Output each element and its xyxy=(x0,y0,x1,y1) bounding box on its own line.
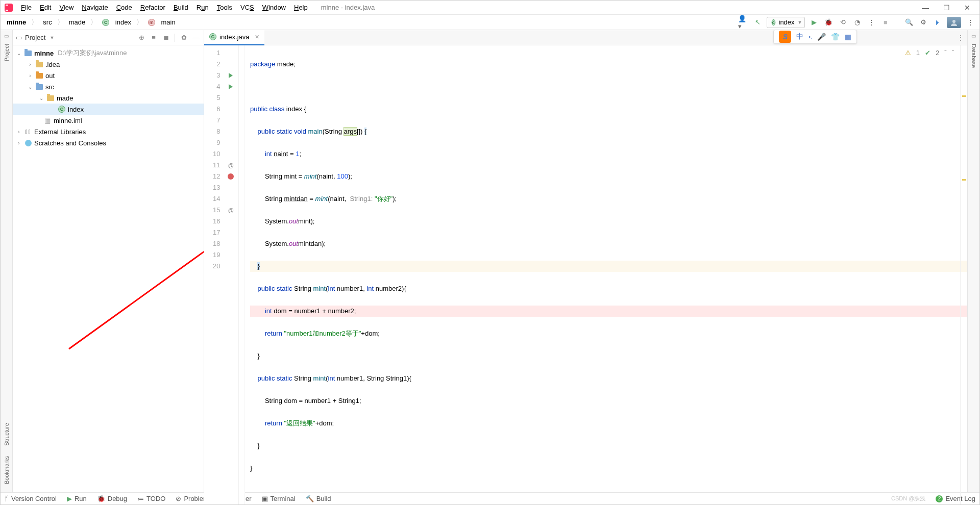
menu-window[interactable]: Window xyxy=(259,3,289,12)
tree-iml[interactable]: ▥ minne.iml xyxy=(13,115,204,126)
menu-view[interactable]: View xyxy=(56,3,77,12)
help-run-icon[interactable]: ⏵ xyxy=(933,17,943,28)
breadcrumb-method[interactable]: m main xyxy=(146,17,178,27)
titlebar: File Edit View Navigate Code Refactor Bu… xyxy=(1,1,979,15)
add-config-icon[interactable]: 👤▾ xyxy=(738,17,748,28)
coverage-icon[interactable]: ⟲ xyxy=(838,17,848,28)
chevron-up-icon[interactable]: ˆ xyxy=(944,47,946,59)
svg-point-3 xyxy=(952,20,955,23)
back-icon[interactable]: ↖ xyxy=(752,17,763,28)
warning-mark[interactable] xyxy=(962,179,966,181)
code-area[interactable]: 1234567891011121314151617181920 @ @ xyxy=(204,45,967,505)
avatar[interactable] xyxy=(947,17,961,28)
tree-made[interactable]: ⌄ made xyxy=(13,92,204,104)
menu-refactor[interactable]: Refactor xyxy=(137,3,168,12)
breadcrumb-class[interactable]: C index xyxy=(100,17,133,27)
run-icon[interactable]: ▶ xyxy=(809,17,819,28)
expand-icon[interactable]: › xyxy=(27,62,33,67)
menu-help[interactable]: Help xyxy=(291,3,311,12)
menu-edit[interactable]: Edit xyxy=(37,3,54,12)
rail-project[interactable]: Project xyxy=(4,39,10,66)
ime-mic-icon[interactable]: 🎤 xyxy=(817,33,826,41)
tab-more-icon[interactable]: ⋮ xyxy=(957,34,964,42)
settings-icon[interactable]: ✿ xyxy=(179,34,188,41)
menu-build[interactable]: Build xyxy=(170,3,191,12)
ime-skin-icon[interactable]: 👕 xyxy=(831,33,840,41)
stop-icon[interactable]: ■ xyxy=(880,17,891,28)
run-icon: ▶ xyxy=(67,495,72,502)
chevron-right-icon: 〉 xyxy=(56,18,65,27)
sidebar-title: Project xyxy=(25,34,45,41)
code-text[interactable]: package made; public class index { publi… xyxy=(245,45,967,505)
ime-logo-icon[interactable]: S xyxy=(779,31,791,43)
tree-scratches[interactable]: › Scratches and Consoles xyxy=(13,137,204,148)
error-stripe[interactable] xyxy=(960,45,967,505)
gutter[interactable]: 1234567891011121314151617181920 @ @ xyxy=(204,45,239,505)
menu-vcs[interactable]: VCS xyxy=(237,3,257,12)
sb-vcs[interactable]: ᚶVersion Control xyxy=(5,495,57,502)
locate-icon[interactable]: ⊕ xyxy=(137,34,146,41)
collapse-icon[interactable]: ⌄ xyxy=(27,84,33,90)
override-icon[interactable]: @ xyxy=(228,160,234,171)
ime-toolbox-icon[interactable]: ▦ xyxy=(845,33,851,41)
warning-mark[interactable] xyxy=(962,95,966,97)
tab-index-java[interactable]: C index.java ✕ xyxy=(204,30,264,45)
tree-idea[interactable]: › .idea xyxy=(13,59,204,70)
tree-root[interactable]: ⌄ minne D:\学习案例\java\minne xyxy=(13,47,204,59)
todo-icon: ≔ xyxy=(137,495,144,502)
expand-icon[interactable]: › xyxy=(27,73,33,79)
ime-lang-icon[interactable]: 中 xyxy=(796,32,803,41)
run-config-label: index xyxy=(779,18,795,26)
maximize-button[interactable]: ☐ xyxy=(943,4,950,12)
rail-bookmarks[interactable]: Bookmarks xyxy=(4,451,10,489)
menu-code[interactable]: Code xyxy=(113,3,135,12)
breadcrumb-made[interactable]: made xyxy=(67,17,88,27)
run-config-combo[interactable]: C index ▼ xyxy=(767,17,805,28)
search-icon[interactable]: 🔍 xyxy=(904,17,914,28)
minimize-button[interactable]: — xyxy=(922,4,929,12)
profile-icon[interactable]: ◔ xyxy=(852,17,862,28)
collapse-all-icon[interactable]: ≣ xyxy=(161,34,170,41)
scratch-icon xyxy=(25,140,32,146)
menu-file[interactable]: File xyxy=(18,3,35,12)
ime-punct-icon[interactable]: •ˌ xyxy=(808,34,812,40)
menu-navigate[interactable]: Navigate xyxy=(79,3,111,12)
rail-database[interactable]: Database xyxy=(971,39,977,73)
override-icon[interactable]: @ xyxy=(228,205,234,216)
rail-structure[interactable]: Structure xyxy=(4,418,10,451)
chevron-down-icon[interactable]: ˇ xyxy=(952,47,954,59)
hide-icon[interactable]: — xyxy=(191,34,201,41)
tree-ext-libs[interactable]: › ⫿⫿ External Libraries xyxy=(13,126,204,137)
expand-all-icon[interactable]: ≡ xyxy=(149,34,158,41)
breakpoint-icon[interactable] xyxy=(228,173,234,180)
svg-rect-1 xyxy=(6,5,8,6)
sb-todo[interactable]: ≔TODO xyxy=(137,495,165,502)
debug-icon[interactable]: 🐞 xyxy=(823,17,834,28)
collapse-icon[interactable]: ⌄ xyxy=(16,50,22,56)
breadcrumb: minne 〉 src 〉 made 〉 C index 〉 m main xyxy=(5,17,178,27)
right-tool-rail: ▭ Database xyxy=(967,30,979,492)
menu-tools[interactable]: Tools xyxy=(214,3,235,12)
library-icon: ⫿⫿ xyxy=(24,128,32,136)
collapse-icon[interactable]: ⌄ xyxy=(38,95,44,101)
expand-icon[interactable]: › xyxy=(16,140,22,146)
expand-icon[interactable]: › xyxy=(16,129,22,135)
breadcrumb-root[interactable]: minne xyxy=(5,17,28,27)
menu-run[interactable]: Run xyxy=(193,3,212,12)
settings-icon[interactable]: ⚙ xyxy=(918,17,928,28)
run-gutter-icon[interactable] xyxy=(229,84,233,89)
tree-src[interactable]: ⌄ src xyxy=(13,81,204,92)
chevron-down-icon[interactable]: ▼ xyxy=(50,35,54,40)
breadcrumb-src[interactable]: src xyxy=(41,17,54,27)
run-gutter-icon[interactable] xyxy=(229,73,233,78)
more-icon[interactable]: ⋮ xyxy=(965,17,975,28)
close-icon[interactable]: ✕ xyxy=(255,34,259,40)
class-icon: C xyxy=(772,19,775,26)
tree-index-class[interactable]: C index xyxy=(13,104,204,115)
tree-out[interactable]: › out xyxy=(13,70,204,81)
close-button[interactable]: ✕ xyxy=(964,4,970,12)
sb-run[interactable]: ▶Run xyxy=(67,495,87,502)
more-run-icon[interactable]: ⋮ xyxy=(866,17,876,28)
sb-debug[interactable]: 🐞Debug xyxy=(97,495,127,502)
inspection-summary[interactable]: ⚠1 ✔2 ˆ ˇ xyxy=(903,46,956,60)
